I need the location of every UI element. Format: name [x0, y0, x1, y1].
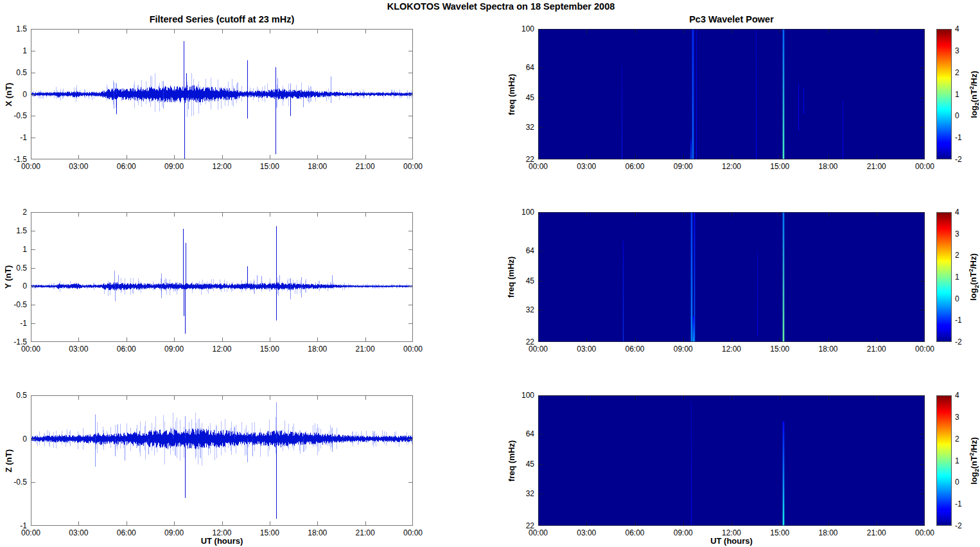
x-tick-label: 12:00	[212, 345, 231, 354]
timeseries-canvas-x	[31, 29, 413, 159]
y-tick-label: -1	[20, 521, 27, 530]
freq-tick-label: 100	[521, 24, 534, 33]
x-axis-label-spectrogram: UT (hours)	[538, 536, 925, 546]
x-tick-label: 15:00	[260, 162, 279, 171]
colorbar-label-text: (nT	[968, 456, 978, 469]
y-axis-label-x: X (nT)	[3, 29, 14, 159]
spectrogram-panel-x	[538, 29, 925, 159]
x-tick-label: 21:00	[867, 162, 886, 171]
y-tick-label: 1	[22, 245, 27, 254]
freq-tick-label: 100	[521, 391, 534, 400]
freq-tick-label: 64	[526, 63, 534, 72]
y-tick-label: -0.5	[13, 300, 27, 309]
colorbar-tick-label: 0	[955, 111, 959, 120]
freq-tick-label: 100	[521, 208, 534, 217]
colorbar-label-z: log2(nT2/Hz)	[965, 395, 977, 526]
colorbar-tick-label: 1	[955, 90, 959, 99]
x-tick-label: 00:00	[403, 162, 423, 171]
figure-title: KLOKOTOS Wavelet Spectra on 18 September…	[0, 1, 980, 12]
freq-axis-label-y: freq (mHz)	[505, 212, 517, 342]
colorbar-y	[936, 212, 952, 342]
figure: KLOKOTOS Wavelet Spectra on 18 September…	[0, 0, 980, 547]
x-tick-label: 21:00	[356, 528, 375, 537]
x-tick-label: 18:00	[818, 162, 837, 171]
freq-tick-label: 32	[526, 305, 534, 314]
y-tick-label: 0	[22, 90, 27, 99]
x-tick-label: 03:00	[577, 345, 596, 354]
x-tick-label: 06:00	[625, 528, 644, 537]
x-tick-label: 06:00	[117, 162, 136, 171]
y-tick-label: 1.5	[16, 24, 27, 33]
y-tick-label: -0.5	[13, 478, 27, 487]
timeseries-title: Filtered Series (cutoff at 23 mHz)	[31, 14, 413, 24]
x-tick-label: 12:00	[722, 162, 741, 171]
colorbar-label-x: log2(nT2/Hz)	[965, 29, 977, 159]
freq-tick-label: 32	[526, 489, 534, 498]
colorbar-tick-label: 4	[955, 208, 959, 217]
x-tick-label: 18:00	[818, 528, 837, 537]
x-tick-label: 00:00	[915, 345, 934, 354]
x-tick-label: 03:00	[69, 162, 88, 171]
colorbar-label-text: log	[968, 105, 978, 118]
colorbar-x	[936, 29, 952, 159]
freq-tick-label: 64	[526, 246, 534, 255]
x-tick-label: 15:00	[260, 528, 279, 537]
colorbar-label-text: (nT	[968, 89, 978, 102]
y-tick-label: 0	[22, 435, 27, 444]
colorbar-label-text: log	[968, 288, 978, 301]
timeseries-panel-z	[31, 395, 413, 526]
freq-tick-label: 45	[526, 276, 534, 285]
spectrogram-panel-z	[538, 395, 925, 526]
timeseries-canvas-y	[31, 212, 413, 342]
freq-axis-label-x: freq (mHz)	[505, 29, 517, 159]
x-tick-label: 09:00	[674, 162, 693, 171]
x-tick-label: 21:00	[867, 528, 886, 537]
spectrogram-canvas-x	[538, 29, 925, 159]
x-tick-label: 15:00	[260, 345, 279, 354]
y-tick-label: 1.5	[16, 226, 27, 235]
x-tick-label: 06:00	[625, 162, 644, 171]
colorbar-label-text: /Hz)	[968, 253, 978, 269]
x-tick-label: 09:00	[674, 345, 693, 354]
spectrogram-canvas-z	[538, 395, 925, 526]
colorbar-tick-label: 3	[955, 46, 959, 55]
colorbar-z	[936, 395, 952, 526]
y-axis-label-y: Y (nT)	[3, 212, 14, 342]
colorbar-canvas-x	[936, 29, 952, 159]
x-tick-label: 09:00	[164, 345, 184, 354]
x-tick-label: 12:00	[722, 528, 741, 537]
y-tick-label: 0.5	[16, 264, 27, 273]
colorbar-label-y: log2(nT2/Hz)	[965, 212, 977, 342]
colorbar-tick-label: -2	[955, 155, 962, 164]
x-tick-label: 15:00	[770, 162, 789, 171]
x-tick-label: 03:00	[577, 162, 596, 171]
freq-tick-label: 45	[526, 93, 534, 102]
x-tick-label: 06:00	[625, 345, 644, 354]
x-tick-label: 12:00	[212, 528, 231, 537]
spectrogram-panel-y	[538, 212, 925, 342]
colorbar-tick-label: 2	[955, 251, 959, 260]
y-axis-label-z: Z (nT)	[3, 395, 14, 526]
colorbar-label-sup: 2	[968, 269, 974, 272]
spectrogram-canvas-y	[538, 212, 925, 342]
x-tick-label: 21:00	[356, 345, 375, 354]
x-tick-label: 09:00	[164, 528, 184, 537]
freq-tick-label: 64	[526, 429, 534, 438]
y-tick-label: -1	[20, 319, 27, 328]
x-tick-label: 21:00	[356, 162, 375, 171]
colorbar-label-text: (nT	[968, 272, 978, 285]
colorbar-tick-label: 0	[955, 294, 959, 303]
colorbar-tick-label: 2	[955, 68, 959, 77]
colorbar-label-sub: 2	[974, 469, 980, 472]
x-tick-label: 06:00	[117, 528, 136, 537]
freq-tick-label: 22	[526, 337, 534, 346]
colorbar-label-sub: 2	[974, 285, 980, 288]
x-axis-label-timeseries: UT (hours)	[31, 536, 413, 546]
colorbar-tick-label: 0	[955, 478, 959, 487]
y-tick-label: 0.5	[16, 68, 27, 77]
x-tick-label: 00:00	[403, 528, 423, 537]
x-tick-label: 03:00	[577, 528, 596, 537]
colorbar-tick-label: -2	[955, 337, 962, 346]
colorbar-tick-label: 1	[955, 456, 959, 465]
colorbar-tick-label: -1	[955, 499, 962, 508]
